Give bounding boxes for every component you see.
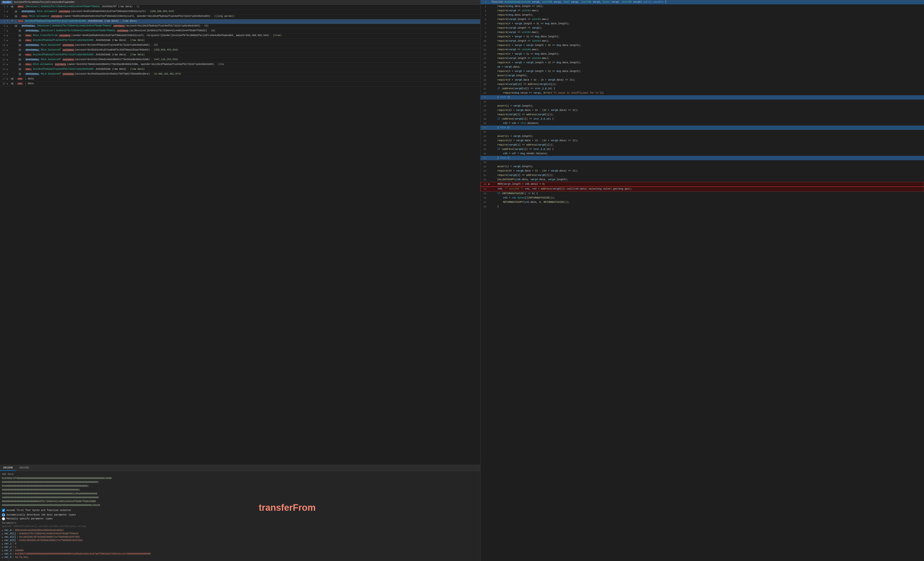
row-expand[interactable]: ▶	[7, 34, 10, 37]
var-separator: :	[17, 532, 18, 535]
depth-arrow: →	[15, 5, 16, 8]
trace-row[interactable]: 16 ▶ 2 → STATICCALL MILK.balanceOf calld…	[0, 72, 480, 77]
trace-row[interactable]: 3 ▶ 1 → CALL MILK.allowance calldata (ow…	[0, 14, 480, 19]
trace-container[interactable]: 1 ▼ 0 → CALL [Receiver] 0x6b931f5c725b64…	[0, 5, 480, 465]
code-line: 26 require(32 + varg0.data + 32 - (32 + …	[480, 108, 924, 112]
result-value: ((long param))	[214, 15, 234, 18]
row-expand[interactable]: ▶	[7, 63, 10, 66]
line-content: require(varg5.length <= uint64.max);	[492, 57, 923, 60]
hex-line: 0000000000000000000000000000000000000000…	[2, 504, 478, 507]
hex-line: 0000000000000000000000000000000000000000…	[2, 488, 478, 492]
line-number: 48	[482, 205, 488, 208]
calldata-badge: calldata	[113, 25, 125, 27]
trace-row[interactable]: 2 ▶ 1 → STATICCALL MILK.allowance callda…	[0, 10, 480, 14]
var-expand-icon[interactable]: ▶	[2, 532, 3, 535]
row-expand[interactable]: ▶	[7, 58, 10, 61]
var-expand-icon[interactable]: ▶	[2, 543, 3, 545]
row-expand[interactable]: ▶	[7, 49, 10, 51]
depth-arrow: →	[22, 39, 24, 42]
call-badge: STATICCALL	[21, 25, 36, 27]
calldata-badge: calldata	[55, 63, 66, 66]
row-expand[interactable]: ▶	[7, 73, 10, 75]
radio-auto-row: Automatically determine the best paramet…	[2, 513, 478, 516]
line-content: v36 = v37 = msg.sender.balance;	[492, 152, 923, 155]
line-content: assert(varg0.length);	[492, 74, 923, 78]
var-expand-icon[interactable]: ▶	[2, 546, 3, 549]
row-expand[interactable]: ▶	[7, 44, 10, 46]
line-content: } else {-	[492, 126, 923, 129]
trace-row[interactable]: 8 ▶ 2 → CALL MILK.transferFrom calldata …	[0, 34, 480, 39]
result-value: (raw data)	[123, 20, 137, 22]
code-line: 12 require(varg5 == uint64.max);	[480, 48, 924, 52]
hex-line: 4000000000000000000000000000000000000000…	[2, 496, 478, 500]
row-expand[interactable]: ▼	[7, 5, 10, 8]
var-expand-icon[interactable]: ▶	[2, 549, 3, 552]
code-line: 37 } else {-	[480, 156, 924, 160]
tab-decode[interactable]: DECODE	[0, 465, 16, 471]
trace-row[interactable]: 18 ▶ 0 → CAL ; data	[0, 82, 480, 87]
trace-row[interactable]: 17 ▶ 0 → CAL ; data	[0, 77, 480, 82]
line-number: 18	[482, 74, 488, 78]
row-result: → (true)	[270, 34, 282, 37]
trace-row[interactable]: 12 ▶ 2 → CALL 0x126c9fbab3a2fca24edfd173…	[0, 53, 480, 58]
trace-row[interactable]: 11 ▶ 2 → STATICCALL MILK.balanceOf calld…	[0, 48, 480, 53]
trace-row[interactable]: 13 ▶ 2 → STATICCALL MILK.balanceOf calld…	[0, 58, 480, 63]
var-expand-icon[interactable]: ▶	[2, 529, 3, 532]
var-expand-icon[interactable]: ▶	[2, 539, 3, 542]
depth-arrow: →	[18, 10, 20, 13]
trace-row[interactable]: 6 ▶ 1 → STATICCALL [Receiver] 0x6b931f5c…	[0, 24, 480, 29]
call-badge: CALL	[17, 20, 24, 22]
trace-row[interactable]: 14 ▶ 2 → CALL MILK.allowance calldata (o…	[0, 63, 480, 68]
radio-manual[interactable]	[2, 517, 5, 520]
result-arrow: →	[215, 63, 217, 66]
var-expand-icon[interactable]: ▶	[2, 553, 3, 555]
abi-variable: ▶ var_2 : 1	[2, 546, 478, 549]
result-value: (raw data)	[130, 39, 145, 42]
line-content: require(varg0 == uint64.max);	[492, 9, 923, 12]
trace-row[interactable]: 7 ▶ 2 → STATICCALL [Receiver] 0x6b931f5c…	[0, 29, 480, 34]
trace-row[interactable]: 9 ▶ 2 → CALL 0x126c9fbab3a2fca24edfd1732…	[0, 39, 480, 43]
var-expand-icon[interactable]: ▶	[2, 536, 3, 538]
code-line: 17 require(4 + varg5 + varg5.length + 32…	[480, 69, 924, 74]
checkbox-selector[interactable]	[2, 509, 5, 512]
row-expand[interactable]: ▶	[7, 82, 10, 85]
receiver-addr: 0x126c9fbab3a2fca24edfd17322e71a5e36e918…	[33, 68, 94, 70]
depth-indicator: 2	[18, 49, 21, 51]
tab-encode[interactable]: ENCODE	[16, 465, 33, 471]
result-arrow: →	[151, 58, 152, 61]
sender-badge: Sender	[2, 1, 12, 4]
line-number: 14	[482, 57, 488, 60]
line-content: require(4 + varg5 + varg5.length + 32 >=…	[492, 61, 923, 64]
row-expand[interactable]: ▶	[7, 78, 10, 80]
row-number: 8	[1, 34, 7, 37]
row-expand[interactable]: ▶	[7, 10, 10, 13]
row-expand[interactable]: ▶	[7, 39, 10, 42]
trace-row[interactable]: 10 ▶ 2 → STATICCALL MILK.balanceOf calld…	[0, 43, 480, 48]
trace-row[interactable]: 5 ▼ 0 → CALL 0x126c9fbab3a2fca24edfd1732…	[0, 19, 480, 24]
receiver-addr: 0x6b931f5c725b644214405154544f95d07f6663…	[52, 24, 111, 27]
radio-auto[interactable]	[2, 513, 5, 516]
row-params: (account=0x126c9fbab3a2fca24edfd17322e71…	[125, 24, 201, 27]
row-expand[interactable]: ▶	[7, 29, 10, 32]
trace-row[interactable]: 15 ▶ 2 → CALL 0x126c9fbab3a2fca24edfd173…	[0, 68, 480, 72]
line-number: 12	[482, 48, 488, 52]
row-result: → (raw data)	[127, 53, 145, 56]
line-content: assert(1 < varg0.length);	[492, 135, 923, 138]
abi-data-label: ABI Data	[2, 473, 478, 476]
code-line: 38	[480, 160, 924, 165]
row-expand[interactable]: ▼	[7, 20, 10, 22]
calldata-badge: calldata	[59, 34, 71, 37]
line-number: 43	[482, 182, 489, 186]
var-expand-icon[interactable]: ▶	[2, 556, 3, 559]
line-content: RETURNDATACOPY(v43.data, 0, RETURNDATASI…	[492, 200, 923, 204]
row-number: 7	[1, 29, 7, 32]
row-expand[interactable]: ▶	[7, 24, 10, 27]
row-number: 15	[1, 68, 7, 71]
code-line: 8 require(varg4 == uint64.max);	[480, 30, 924, 34]
row-params: (account=0x126c9fbab3a2fca24edfd17322e71…	[75, 44, 150, 46]
row-expand[interactable]: ▶	[7, 15, 10, 18]
trace-row[interactable]: 1 ▼ 0 → CALL [Receiver] 0x6b931f5c725b64…	[0, 5, 480, 10]
call-badge: CALL	[25, 63, 32, 66]
row-expand[interactable]: ▶	[7, 53, 10, 56]
row-expand[interactable]: ▶	[7, 68, 10, 71]
